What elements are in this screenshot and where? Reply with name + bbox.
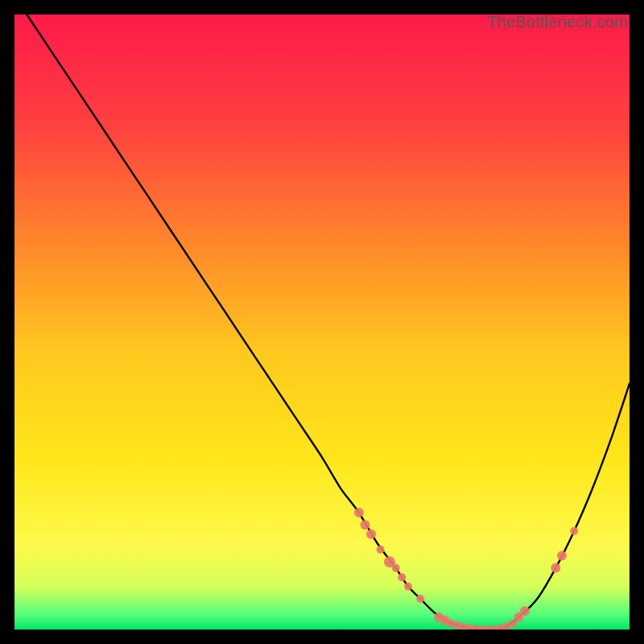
data-marker xyxy=(404,583,412,591)
data-marker xyxy=(392,564,400,572)
data-marker xyxy=(570,527,578,535)
data-marker xyxy=(551,564,560,573)
data-marker xyxy=(520,606,530,616)
chart-svg xyxy=(14,14,630,630)
data-marker xyxy=(416,595,424,603)
data-marker xyxy=(377,546,385,554)
chart-frame: TheBottleneck.com xyxy=(14,14,630,630)
data-marker xyxy=(366,530,376,539)
data-marker xyxy=(398,573,406,581)
watermark-label: TheBottleneck.com xyxy=(487,13,628,31)
data-marker xyxy=(361,520,370,530)
data-marker xyxy=(557,551,567,560)
data-marker xyxy=(354,508,364,518)
gradient-background xyxy=(14,14,630,630)
